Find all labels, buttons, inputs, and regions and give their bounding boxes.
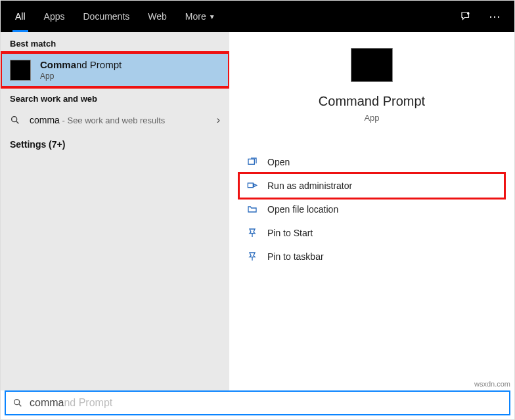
svg-line-8 bbox=[19, 404, 21, 406]
search-input-wrapper: command Prompt bbox=[30, 397, 503, 409]
chevron-down-icon: ▼ bbox=[209, 13, 215, 20]
search-bar[interactable]: command Prompt bbox=[5, 390, 510, 415]
action-run-as-administrator[interactable]: Run as administrator bbox=[240, 174, 504, 198]
svg-point-0 bbox=[468, 12, 469, 14]
tab-label: More bbox=[185, 11, 206, 22]
action-pin-to-start[interactable]: Pin to Start bbox=[240, 221, 504, 245]
watermark: wsxdn.com bbox=[474, 380, 510, 388]
tab-more[interactable]: More▼ bbox=[176, 1, 225, 32]
detail-header: Command Prompt App bbox=[235, 48, 509, 123]
best-match-subtitle: App bbox=[40, 72, 122, 81]
action-open-file-location[interactable]: Open file location bbox=[240, 198, 504, 221]
svg-point-7 bbox=[14, 400, 20, 405]
shield-run-icon bbox=[246, 180, 258, 192]
action-pin-to-taskbar[interactable]: Pin to taskbar bbox=[240, 245, 504, 268]
folder-icon bbox=[246, 203, 258, 215]
main-columns: Best match Command Prompt App Search wor… bbox=[1, 32, 514, 390]
actions-list: Open Run as administrator Open file loca… bbox=[235, 150, 509, 268]
search-input[interactable] bbox=[30, 397, 161, 409]
tab-all[interactable]: All bbox=[6, 1, 35, 32]
search-web-header: Search work and web bbox=[1, 87, 229, 108]
best-match-title: Command Prompt bbox=[40, 59, 122, 70]
chevron-right-icon: › bbox=[217, 114, 220, 126]
svg-point-1 bbox=[12, 117, 17, 122]
pin-icon bbox=[246, 227, 258, 239]
command-prompt-icon bbox=[10, 60, 31, 81]
action-label: Run as administrator bbox=[267, 180, 352, 191]
feedback-icon[interactable] bbox=[451, 1, 480, 32]
best-match-result[interactable]: Command Prompt App bbox=[1, 52, 229, 87]
tab-label: All bbox=[15, 11, 26, 22]
tab-label: Web bbox=[148, 11, 167, 22]
command-prompt-icon bbox=[351, 48, 393, 82]
tab-apps[interactable]: Apps bbox=[35, 1, 74, 32]
detail-subtitle: App bbox=[235, 113, 509, 123]
results-panel: Best match Command Prompt App Search wor… bbox=[1, 32, 229, 390]
best-match-text: Command Prompt App bbox=[40, 59, 122, 81]
action-label: Open bbox=[267, 157, 290, 167]
tab-documents[interactable]: Documents bbox=[74, 1, 139, 32]
web-search-row[interactable]: comma - See work and web results › bbox=[1, 108, 229, 133]
action-label: Pin to Start bbox=[267, 228, 313, 238]
web-query-text: comma - See work and web results bbox=[30, 114, 165, 126]
open-icon bbox=[246, 156, 258, 168]
action-label: Pin to taskbar bbox=[267, 251, 324, 262]
top-tab-bar: All Apps Documents Web More▼ ⋯ bbox=[1, 1, 514, 32]
search-icon bbox=[12, 398, 23, 408]
detail-title: Command Prompt bbox=[235, 94, 509, 109]
detail-panel: Command Prompt App Open Run as administr… bbox=[229, 32, 514, 390]
svg-line-2 bbox=[16, 121, 18, 123]
tab-web[interactable]: Web bbox=[139, 1, 176, 32]
action-open[interactable]: Open bbox=[240, 150, 504, 174]
svg-rect-3 bbox=[248, 159, 254, 164]
tab-label: Documents bbox=[83, 11, 129, 22]
action-label: Open file location bbox=[267, 204, 338, 215]
best-match-header: Best match bbox=[1, 32, 229, 52]
pin-icon bbox=[246, 251, 258, 262]
more-options-icon[interactable]: ⋯ bbox=[480, 1, 509, 32]
settings-results-header[interactable]: Settings (7+) bbox=[1, 133, 229, 156]
svg-rect-4 bbox=[248, 183, 253, 188]
search-icon bbox=[10, 115, 20, 125]
tab-label: Apps bbox=[44, 11, 65, 22]
